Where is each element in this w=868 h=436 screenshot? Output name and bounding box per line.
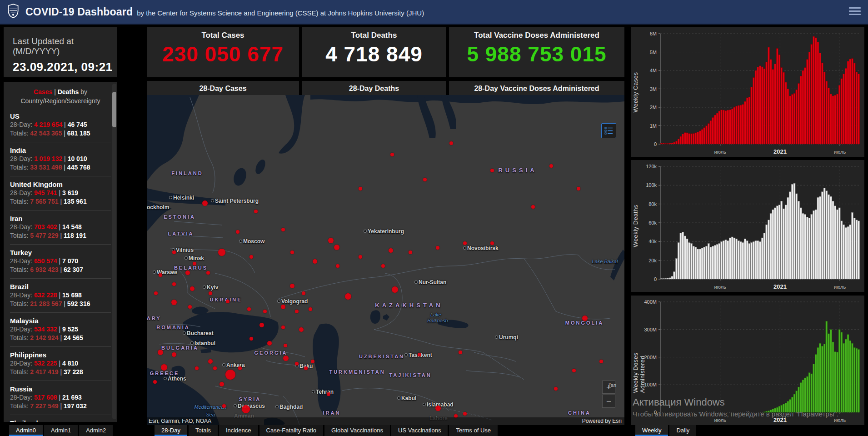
- covid-case-dot[interactable]: [390, 153, 394, 156]
- covid-case-dot[interactable]: [281, 326, 285, 329]
- covid-case-dot[interactable]: [359, 255, 362, 259]
- covid-case-dot[interactable]: [436, 246, 439, 250]
- covid-case-dot[interactable]: [572, 369, 576, 372]
- covid-case-dot[interactable]: [299, 327, 304, 332]
- covid-case-dot[interactable]: [213, 366, 217, 370]
- covid-case-dot[interactable]: [161, 364, 167, 371]
- covid-case-dot[interactable]: [242, 405, 250, 413]
- covid-case-dot[interactable]: [208, 359, 213, 364]
- covid-case-dot[interactable]: [290, 284, 294, 288]
- covid-case-dot[interactable]: [549, 164, 553, 168]
- country-row[interactable]: Malaysia28-Day: 534 332 | 9 525Totals: 2…: [10, 313, 111, 347]
- covid-case-dot[interactable]: [463, 241, 467, 245]
- weekly-doses-chart[interactable]: Weekly Doses Administered 0100M200M300M4…: [631, 296, 864, 425]
- country-list-scrollbar[interactable]: [112, 84, 116, 419]
- country-row[interactable]: India28-Day: 1 019 132 | 10 010Totals: 3…: [10, 142, 111, 176]
- covid-case-dot[interactable]: [236, 230, 239, 234]
- country-row[interactable]: Turkey28-Day: 650 574 | 7 070Totals: 6 9…: [10, 245, 111, 279]
- covid-case-dot[interactable]: [392, 286, 398, 293]
- covid-case-dot[interactable]: [490, 169, 494, 172]
- covid-case-dot[interactable]: [206, 271, 210, 275]
- tab-daily[interactable]: Daily: [669, 425, 696, 436]
- covid-case-dot[interactable]: [222, 404, 226, 408]
- covid-case-dot[interactable]: [225, 370, 235, 380]
- covid-case-dot[interactable]: [313, 259, 317, 264]
- menu-icon[interactable]: [849, 7, 861, 16]
- tab-totals[interactable]: Totals: [189, 425, 218, 436]
- covid-case-dot[interactable]: [284, 344, 287, 347]
- covid-case-dot[interactable]: [190, 286, 195, 291]
- covid-case-dot[interactable]: [490, 241, 494, 245]
- tab-us-vaccinations[interactable]: US Vaccinations: [391, 425, 448, 436]
- scrollbar-thumb[interactable]: [112, 92, 116, 127]
- covid-case-dot[interactable]: [599, 360, 603, 363]
- covid-case-dot[interactable]: [283, 356, 289, 361]
- map-legend-button[interactable]: [601, 123, 616, 138]
- covid-case-dot[interactable]: [172, 251, 176, 254]
- zoom-out-button[interactable]: −: [602, 395, 615, 408]
- world-map[interactable]: FINLANDESTONIALATVIABELARUSUKRAINEROMANI…: [147, 95, 624, 425]
- covid-case-dot[interactable]: [281, 305, 285, 309]
- covid-case-dot[interactable]: [309, 307, 312, 311]
- tab-28-day[interactable]: 28-Day: [155, 425, 187, 436]
- tab-incidence[interactable]: Incidence: [219, 425, 258, 436]
- covid-case-dot[interactable]: [195, 366, 199, 370]
- covid-case-dot[interactable]: [554, 387, 558, 391]
- covid-case-dot[interactable]: [423, 178, 427, 181]
- covid-case-dot[interactable]: [218, 249, 225, 256]
- covid-case-dot[interactable]: [295, 362, 299, 366]
- covid-case-dot[interactable]: [459, 351, 462, 354]
- country-row[interactable]: Philippines28-Day: 532 225 | 4 810Totals…: [10, 347, 111, 381]
- covid-case-dot[interactable]: [185, 271, 190, 275]
- covid-case-dot[interactable]: [345, 293, 351, 300]
- country-row[interactable]: Brazil28-Day: 632 228 | 15 698Totals: 21…: [10, 279, 111, 313]
- covid-case-dot[interactable]: [172, 282, 176, 286]
- covid-case-dot[interactable]: [359, 187, 362, 190]
- tab-weekly[interactable]: Weekly: [635, 425, 668, 436]
- covid-case-dot[interactable]: [418, 353, 421, 356]
- covid-case-dot[interactable]: [449, 141, 453, 145]
- covid-case-dot[interactable]: [226, 300, 229, 303]
- covid-case-dot[interactable]: [247, 307, 251, 311]
- covid-case-dot[interactable]: [381, 264, 385, 268]
- covid-case-dot[interactable]: [531, 205, 535, 209]
- tab-terms-of-use[interactable]: Terms of Use: [449, 425, 498, 436]
- covid-case-dot[interactable]: [202, 200, 208, 206]
- covid-case-dot[interactable]: [193, 262, 196, 266]
- tab-global-vaccinations[interactable]: Global Vaccinations: [324, 425, 390, 436]
- covid-case-dot[interactable]: [159, 273, 162, 277]
- covid-case-dot[interactable]: [171, 300, 177, 305]
- covid-case-dot[interactable]: [188, 305, 192, 309]
- covid-case-dot[interactable]: [219, 382, 224, 386]
- covid-case-dot[interactable]: [153, 380, 157, 384]
- covid-case-dot[interactable]: [158, 350, 163, 355]
- country-row[interactable]: Thailand28-Day: 416 154 | 5 824Totals: 1…: [10, 415, 111, 422]
- covid-case-dot[interactable]: [172, 352, 176, 357]
- covid-case-dot[interactable]: [435, 406, 441, 411]
- covid-case-dot[interactable]: [577, 187, 580, 190]
- covid-case-dot[interactable]: [582, 316, 588, 321]
- covid-case-dot[interactable]: [327, 392, 330, 396]
- country-row[interactable]: Russia28-Day: 517 608 | 21 693Totals: 7 …: [10, 381, 111, 415]
- weekly-cases-chart[interactable]: Weekly Cases 01M2M3M4M5M6Mиюль2021июль: [631, 27, 864, 157]
- covid-case-dot[interactable]: [290, 251, 294, 254]
- covid-case-dot[interactable]: [328, 238, 334, 243]
- covid-case-dot[interactable]: [267, 341, 272, 346]
- covid-case-dot[interactable]: [254, 210, 258, 213]
- country-row[interactable]: United Kingdom28-Day: 945 741 | 3 619Tot…: [10, 176, 111, 210]
- tab-case-fatality-ratio[interactable]: Case-Fatality Ratio: [259, 425, 324, 436]
- covid-case-dot[interactable]: [463, 412, 467, 416]
- country-row[interactable]: US28-Day: 4 219 654 | 46 745Totals: 42 5…: [10, 108, 111, 142]
- covid-case-dot[interactable]: [238, 366, 242, 370]
- covid-case-dot[interactable]: [209, 291, 212, 295]
- covid-case-dot[interactable]: [281, 228, 285, 231]
- covid-case-dot[interactable]: [249, 337, 253, 341]
- covid-case-dot[interactable]: [304, 366, 308, 370]
- covid-case-dot[interactable]: [311, 360, 314, 363]
- covid-case-dot[interactable]: [302, 291, 305, 295]
- covid-case-dot[interactable]: [154, 291, 158, 295]
- country-row[interactable]: Iran28-Day: 703 402 | 14 548Totals: 5 47…: [10, 210, 111, 245]
- tab-admin0[interactable]: Admin0: [9, 425, 43, 436]
- covid-case-dot[interactable]: [389, 248, 393, 253]
- covid-case-dot[interactable]: [263, 310, 267, 313]
